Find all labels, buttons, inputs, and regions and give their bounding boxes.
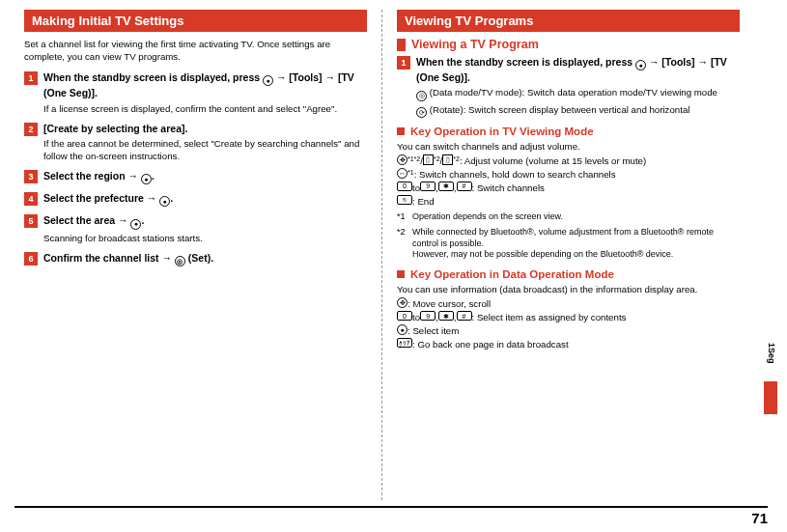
step-number: 1 — [397, 56, 410, 70]
switch-channels-line: ↔*1: Switch channels, hold down to searc… — [397, 168, 740, 181]
dpad-lr-icon: ↔ — [397, 168, 408, 179]
key-end: ⎋ — [397, 195, 412, 205]
cursor-line: ✥: Move cursor, scroll — [397, 297, 740, 310]
key-0: 0 — [397, 182, 412, 191]
step-number: 3 — [24, 170, 38, 183]
step-title: [Create by selecting the area]. — [43, 122, 367, 135]
side-up-icon: ▯ — [423, 154, 434, 165]
step-number: 6 — [24, 252, 38, 266]
step-desc: If the area cannot be determined, select… — [43, 137, 367, 162]
section-title-right: Viewing TV Programs — [397, 10, 740, 32]
select-item-line: 0 to 9 , ✱ , #: Select item as assigned … — [397, 311, 740, 323]
step-desc: Scanning for broadcast stations starts. — [43, 232, 367, 244]
select-line: ●: Select item — [397, 324, 740, 337]
dpad-icon: ✥ — [397, 297, 408, 308]
step-number: 4 — [24, 192, 38, 206]
footnote-1: *1Operation depends on the screen view. — [397, 211, 740, 223]
step-2: 2 [Create by selecting the area]. If the… — [24, 122, 367, 162]
step-title: Select the prefecture → ●. — [43, 191, 367, 207]
step-title: Select the region → ●. — [43, 169, 367, 184]
step-5: 5 Select the area → ●. Scanning for broa… — [24, 213, 367, 243]
step-number: 1 — [24, 71, 38, 85]
right-column: Viewing TV Programs Viewing a TV Program… — [382, 10, 740, 490]
key-9: 9 — [420, 311, 436, 321]
end-line: ⎋: End — [397, 195, 740, 208]
mode-line-1: ◎ (Data mode/TV mode): Switch data opera… — [416, 86, 740, 100]
side-tab — [764, 381, 777, 414]
dpad-icon: ✥ — [397, 154, 408, 165]
inner1-intro: You can switch channels and adjust volum… — [397, 140, 740, 153]
step-4: 4 Select the prefecture → ●. — [24, 191, 367, 207]
step-title: When the standby screen is displayed, pr… — [43, 70, 367, 99]
rotate-icon: ⟳ — [416, 107, 427, 118]
key-clear: ｸﾘｱ — [397, 338, 412, 348]
center-key-icon: ● — [397, 324, 408, 335]
volume-line: ✥*1*2/▯*2/▯*2 : Adjust volume (volume at… — [397, 154, 740, 167]
inner-section-2: Key Operation in Data Operation Mode — [397, 268, 740, 280]
back-line: ｸﾘｱ: Go back one page in data broadcast — [397, 338, 740, 350]
mode-line-2: ⟳ (Rotate): Switch screen display betwee… — [416, 103, 740, 118]
step-title: Confirm the channel list → ◎ (Set). — [43, 251, 367, 266]
left-column: Making Initial TV Settings Set a channel… — [24, 10, 381, 490]
key-0: 0 — [397, 311, 412, 321]
number-keys-line: 0 to 9 , ✱ , #: Switch channels — [397, 182, 740, 194]
key-star: ✱ — [438, 182, 454, 191]
subsection-title: Viewing a TV Program — [397, 38, 740, 51]
right-step-1: 1 When the standby screen is displayed, … — [397, 55, 740, 118]
footnote-2: *2While connected by Bluetooth®, volume … — [397, 227, 740, 261]
side-tab-label: 1Seg — [767, 343, 776, 364]
side-down-icon: ▯ — [442, 154, 453, 165]
inner-section-1: Key Operation in TV Viewing Mode — [397, 126, 740, 137]
step-6: 6 Confirm the channel list → ◎ (Set). — [24, 251, 367, 266]
left-intro: Set a channel list for viewing the first… — [24, 38, 367, 63]
step-number: 5 — [24, 214, 38, 228]
step-title: Select the area → ●. — [43, 213, 367, 229]
section-title-left: Making Initial TV Settings — [24, 10, 367, 32]
key-9: 9 — [420, 182, 436, 191]
key-star: ✱ — [438, 311, 454, 321]
step-title: When the standby screen is displayed, pr… — [416, 55, 740, 84]
step-number: 2 — [24, 123, 38, 136]
inner2-intro: You can use information (data broadcast)… — [397, 283, 740, 295]
camera-icon: ◎ — [416, 91, 427, 101]
step-1: 1 When the standby screen is displayed, … — [24, 70, 367, 114]
page-number: 71 — [14, 506, 768, 526]
key-hash: # — [457, 311, 472, 321]
step-3: 3 Select the region → ●. — [24, 169, 367, 184]
key-hash: # — [457, 182, 472, 191]
step-desc: If a license screen is displayed, confir… — [43, 102, 367, 115]
